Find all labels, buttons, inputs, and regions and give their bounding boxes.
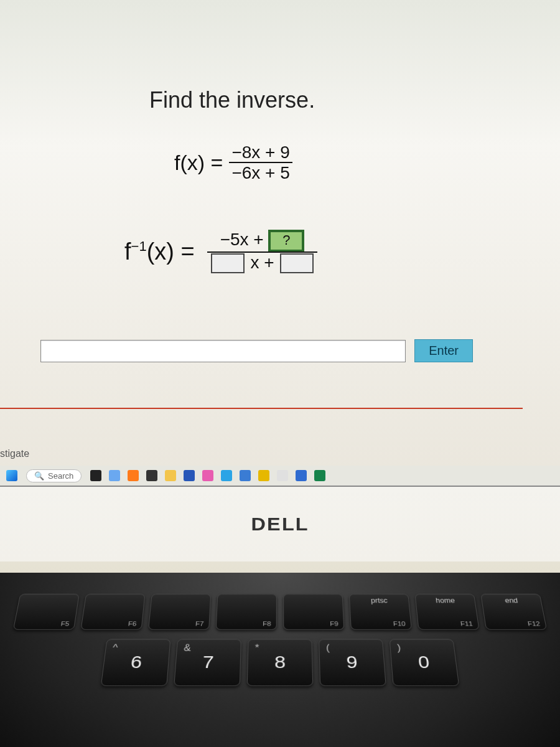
start-icon[interactable] bbox=[6, 470, 17, 481]
eq1-denominator: −6x + 5 bbox=[229, 162, 292, 182]
eq2-num-prefix: −5x + bbox=[220, 230, 264, 249]
key-6[interactable]: ^6 bbox=[101, 639, 171, 686]
chat-icon[interactable] bbox=[109, 470, 120, 481]
eq2-fraction: −5x + ? x + bbox=[207, 230, 318, 273]
key-f5[interactable]: F5 bbox=[13, 594, 80, 630]
eq1-lhs: f(x) = bbox=[174, 151, 223, 175]
extensions-icon[interactable] bbox=[146, 470, 157, 481]
files-icon[interactable] bbox=[165, 470, 176, 481]
excel-icon[interactable] bbox=[314, 470, 325, 481]
key-f8[interactable]: F8 bbox=[216, 594, 277, 630]
inverse-function: f−1(x) = −5x + ? x + bbox=[124, 230, 317, 273]
brand-logo: DELL bbox=[251, 514, 309, 535]
app-icon[interactable] bbox=[202, 470, 213, 481]
save-icon[interactable] bbox=[258, 470, 269, 481]
key-f11[interactable]: homeF11 bbox=[414, 594, 479, 630]
firefox-icon[interactable] bbox=[128, 470, 139, 481]
answer-box-den-coeff[interactable] bbox=[211, 253, 245, 273]
key-8[interactable]: *8 bbox=[247, 639, 314, 686]
key-9[interactable]: (9 bbox=[319, 639, 386, 686]
eq2-arg: (x) = bbox=[147, 238, 195, 265]
key-f6[interactable]: F6 bbox=[80, 594, 145, 630]
answer-input[interactable] bbox=[40, 340, 406, 362]
search-box[interactable]: 🔍 Search bbox=[26, 469, 82, 482]
laptop-bezel: DELL bbox=[0, 487, 560, 561]
eq2-exp: −1 bbox=[131, 238, 147, 254]
partial-label: stigate bbox=[0, 448, 29, 459]
keyboard: F5F6F7F8F9prtscF10homeF11endF12 ^6&7*8(9… bbox=[0, 573, 560, 747]
key-f7[interactable]: F7 bbox=[148, 594, 211, 630]
eq2-f: f bbox=[124, 238, 131, 265]
eq1-fraction: −8x + 9 −6x + 5 bbox=[229, 143, 292, 182]
search-icon: 🔍 bbox=[34, 471, 44, 481]
eq2-numerator: −5x + ? bbox=[207, 230, 318, 251]
key-f9[interactable]: F9 bbox=[283, 594, 344, 630]
key-0[interactable]: )0 bbox=[390, 639, 460, 686]
eq1-numerator: −8x + 9 bbox=[229, 143, 292, 162]
taskbar: 🔍 Search bbox=[0, 466, 560, 486]
app-screen: Find the inverse. f(x) = −8x + 9 −6x + 5… bbox=[0, 0, 560, 487]
divider-line bbox=[0, 408, 523, 409]
amazon-icon[interactable] bbox=[277, 470, 288, 481]
word-icon[interactable] bbox=[296, 470, 307, 481]
key-f12[interactable]: endF12 bbox=[480, 594, 547, 630]
key-f10[interactable]: prtscF10 bbox=[349, 594, 412, 630]
prompt-text: Find the inverse. bbox=[149, 87, 315, 113]
answer-box-numerator[interactable]: ? bbox=[269, 231, 303, 251]
answer-box-den-const[interactable] bbox=[280, 253, 314, 273]
key-7[interactable]: &7 bbox=[174, 639, 241, 686]
mail-icon[interactable] bbox=[240, 470, 251, 481]
camera-icon[interactable] bbox=[90, 470, 101, 481]
enter-button[interactable]: Enter bbox=[414, 339, 473, 362]
store-icon[interactable] bbox=[184, 470, 195, 481]
answer-row: Enter bbox=[40, 339, 473, 362]
edge-icon[interactable] bbox=[221, 470, 232, 481]
eq2-lhs: f−1(x) = bbox=[124, 238, 195, 265]
eq2-den-mid: x + bbox=[251, 253, 274, 272]
search-placeholder: Search bbox=[48, 471, 73, 481]
eq2-denominator: x + bbox=[207, 251, 318, 274]
given-function: f(x) = −8x + 9 −6x + 5 bbox=[174, 143, 292, 182]
